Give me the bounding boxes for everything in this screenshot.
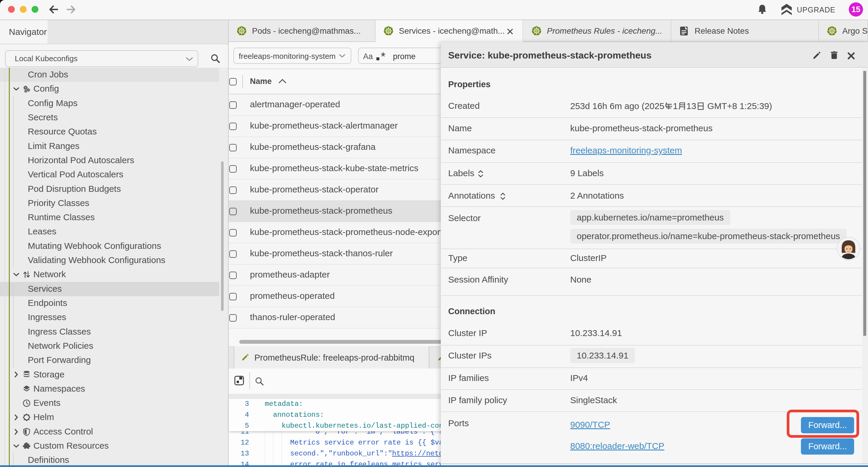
svg-text:HELM: HELM — [24, 417, 29, 418]
